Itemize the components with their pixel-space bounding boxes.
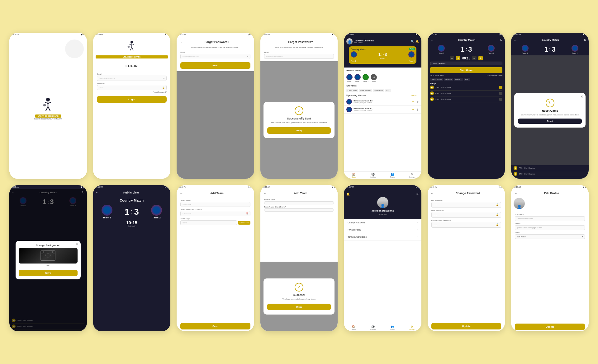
upcoming-item-1: Barcelonna Team (BT) Statum | 2km | 14 1…	[344, 98, 421, 106]
back-button-rg[interactable]: ←	[514, 38, 517, 42]
send-button[interactable]: Send	[180, 62, 250, 69]
plus-btn-1[interactable]: +	[456, 56, 460, 60]
dashboard-body: Recent Teams Team 1 Team 2 Team 3	[344, 68, 421, 171]
whistle-more[interactable]: Whi...	[464, 78, 470, 81]
forgot-link[interactable]: Forgot Password?	[97, 91, 167, 93]
nav-matches[interactable]: ⚽ Matches	[363, 173, 382, 178]
settings-role: Sub Admin	[378, 213, 387, 215]
play-btn-2[interactable]: ▶	[430, 91, 434, 95]
save-bg-button[interactable]: Save	[19, 270, 78, 276]
menu-item-terms[interactable]: Terms & Conditions ›	[344, 233, 421, 240]
email-input[interactable]: user@domain.com ✉	[97, 76, 167, 81]
full-name-input[interactable]: Jackson Delwenna	[515, 216, 585, 221]
email-input-ep[interactable]: jackson.delwenna@gmail.com	[515, 225, 585, 230]
confirm-pw-input[interactable]: •••••• 🔒	[431, 222, 501, 228]
play-btn-3[interactable]: ▶	[430, 97, 434, 101]
shortcut-active[interactable]: Active Matches	[359, 89, 372, 92]
song-check-1[interactable]: ✓	[499, 86, 502, 89]
go-public-link[interactable]: Go to Public View	[430, 74, 444, 76]
pv-score-sep: :	[131, 208, 133, 216]
back-button-cp[interactable]: ←	[431, 191, 434, 195]
back-button-2[interactable]: ←	[264, 40, 267, 44]
email-input-fp[interactable]: user@example.com ✉	[180, 54, 250, 59]
back-button-at[interactable]: ←	[180, 191, 183, 195]
shortcut-create[interactable]: Create Team	[346, 89, 358, 92]
start-game-button[interactable]: Start Game	[430, 67, 503, 73]
shortcut-more[interactable]: Ch...	[385, 89, 391, 92]
back-button-ep[interactable]: ←	[514, 191, 517, 195]
shortcuts-row: Create Team Active Matches End Matches C…	[344, 88, 421, 93]
okay-button-ats[interactable]: Okay	[267, 304, 331, 310]
new-pw-input[interactable]: •••••• 🔒	[431, 212, 501, 218]
team1-thumb[interactable]	[346, 74, 353, 80]
notification-icon[interactable]: 🔔	[415, 40, 419, 43]
change-bg-link[interactable]: Change Background	[487, 74, 502, 76]
plus-btn-2[interactable]: +	[478, 56, 483, 60]
half-select[interactable]: 1st Half - 45 min ▾	[430, 62, 503, 65]
whistle-2[interactable]: Whistle 2	[454, 78, 463, 81]
close-button-cb[interactable]: ✕	[76, 243, 78, 246]
nav-settings-s[interactable]: ⚙ Settings	[402, 325, 421, 330]
login-button[interactable]: Login	[97, 96, 167, 103]
nav-matches-s[interactable]: ⚽ Matches	[363, 325, 382, 330]
shortcut-end[interactable]: End Matches	[373, 89, 384, 92]
play-btn-rg-1[interactable]: ▶	[514, 166, 517, 170]
upcoming-delete-1[interactable]: 🗑	[416, 100, 419, 103]
refresh-icon-rg[interactable]: ↻	[584, 38, 586, 42]
svg-line-9	[129, 44, 132, 45]
team-name-input[interactable]: Enter here	[180, 202, 250, 207]
back-button-gc[interactable]: ←	[430, 38, 433, 42]
back-button-pv[interactable]: ←	[96, 191, 99, 194]
old-pw-input[interactable]: •••••• 🔒	[431, 202, 501, 208]
back-button[interactable]: ←	[180, 40, 183, 44]
reset-button[interactable]: Reset	[518, 119, 582, 124]
songs-below-modal: ▶ 7 Min - Start Stadium ▶ 3 Min - Start …	[511, 165, 589, 179]
settings-edit-icon[interactable]: ✏	[416, 193, 419, 196]
song-check-2[interactable]	[499, 92, 502, 95]
minus-btn-1[interactable]: −	[450, 56, 454, 60]
back-button-ats[interactable]: ←	[263, 191, 267, 195]
add-team-success-header: ← Add Team	[260, 189, 338, 196]
shortcuts-section-row: Shortcuts	[344, 83, 421, 88]
email-input-ss[interactable]: user@example.com	[264, 54, 334, 59]
play-btn-rg-2[interactable]: ▶	[514, 172, 517, 176]
upcoming-edit-2[interactable]: ✏	[412, 108, 414, 111]
more-badge[interactable]: +5	[371, 74, 377, 80]
save-team-button[interactable]: Save	[180, 323, 250, 329]
whistle-silence[interactable]: Silence Whistle	[430, 78, 443, 81]
settings-bell-icon[interactable]: 🔔	[346, 193, 350, 196]
choose-file-button[interactable]: Choose File	[238, 221, 250, 225]
score-section-rg: Team 1 1 : 3 Team 2	[511, 44, 589, 55]
role-select-ep[interactable]: Sub-Admin ▾	[515, 234, 585, 239]
nav-settings[interactable]: ⚙ Settings	[402, 173, 421, 178]
nav-teams-s[interactable]: 👥 Teams	[383, 325, 402, 330]
whistle-1[interactable]: Whistle 1	[444, 78, 453, 81]
logo-text: URBAN SOCCER PARK	[38, 115, 59, 117]
update-pw-button[interactable]: Update	[431, 323, 501, 329]
menu-item-change-password[interactable]: Change Password ›	[344, 219, 421, 226]
password-input[interactable]: •••••• 🔒	[97, 85, 167, 90]
upcoming-edit-1[interactable]: ✏	[412, 100, 414, 103]
upcoming-delete-2[interactable]: 🗑	[416, 108, 419, 111]
team3-thumb[interactable]	[363, 74, 369, 80]
team-short-input-s[interactable]	[264, 208, 334, 212]
nav-teams[interactable]: 👥 Teams	[383, 173, 402, 178]
song-check-3[interactable]	[499, 98, 502, 101]
team2-thumb[interactable]	[354, 74, 361, 80]
update-profile-button[interactable]: Update	[515, 324, 585, 330]
nav-home-s[interactable]: 🏠 Home	[344, 325, 363, 330]
nav-home[interactable]: 🏠 Home	[344, 173, 363, 178]
search-icon[interactable]: 🔍	[411, 40, 414, 43]
see-all-link[interactable]: See All	[411, 95, 419, 96]
close-button[interactable]: ✕	[581, 95, 583, 98]
play-btn-1[interactable]: ▶	[430, 86, 434, 89]
team-name-input-s[interactable]	[264, 201, 334, 204]
team-short-input[interactable]: Enter here 📅	[180, 211, 250, 216]
okay-button[interactable]: Okay	[267, 127, 331, 134]
refresh-icon[interactable]: ↻	[500, 38, 502, 42]
menu-item-privacy[interactable]: Privacy Policy ›	[344, 226, 421, 233]
logo-input[interactable]: None	[180, 220, 237, 225]
minus-btn-2[interactable]: −	[472, 56, 477, 60]
match-card: Active Country Match 1 : -3 00:15 Team 1	[349, 46, 416, 64]
reset-title: Reset Game	[518, 109, 582, 112]
